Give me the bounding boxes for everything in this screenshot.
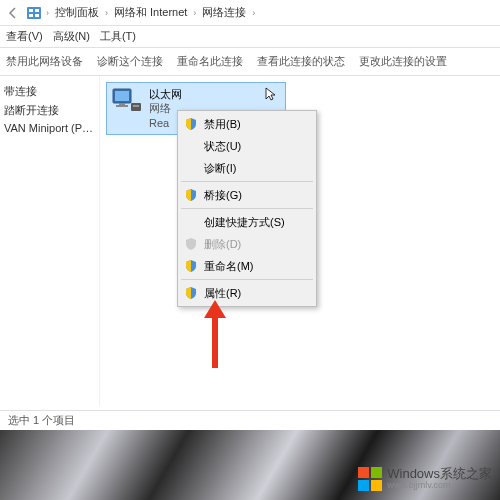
toolbar: 禁用此网络设备 诊断这个连接 重命名此连接 查看此连接的状态 更改此连接的设置	[0, 48, 500, 76]
sidebar-item[interactable]: VAN Miniport (PPPOE)	[4, 120, 95, 136]
tool-settings[interactable]: 更改此连接的设置	[359, 54, 447, 69]
watermark-url: www.bjjmlv.com	[387, 481, 492, 491]
shield-icon	[184, 188, 198, 202]
ctx-properties[interactable]: 属性(R)	[180, 282, 314, 304]
svg-rect-3	[29, 14, 33, 17]
shield-icon	[184, 286, 198, 300]
breadcrumb[interactable]: › 控制面板 › 网络和 Internet › 网络连接 ›	[46, 3, 255, 22]
ctx-rename[interactable]: 重命名(M)	[180, 255, 314, 277]
sidebar-item[interactable]: 带连接	[4, 82, 95, 101]
sidebar: 带连接 踏断开连接 VAN Miniport (PPPOE)	[0, 76, 100, 406]
menu-advanced[interactable]: 高级(N)	[53, 29, 90, 44]
svg-rect-2	[35, 9, 39, 12]
tool-diagnose[interactable]: 诊断这个连接	[97, 54, 163, 69]
adapter-name: 以太网	[149, 87, 182, 101]
ctx-label: 属性(R)	[204, 286, 241, 301]
svg-rect-4	[35, 14, 39, 17]
svg-rect-7	[119, 103, 125, 105]
breadcrumb-root[interactable]: 控制面板	[51, 3, 103, 22]
svg-rect-12	[371, 467, 382, 478]
ctx-status[interactable]: 状态(U)	[180, 135, 314, 157]
shield-icon	[184, 237, 198, 251]
ctx-label: 桥接(G)	[204, 188, 242, 203]
ctx-label: 状态(U)	[204, 139, 241, 154]
ctx-shortcut[interactable]: 创建快捷方式(S)	[180, 211, 314, 233]
breadcrumb-leaf[interactable]: 网络连接	[198, 3, 250, 22]
tool-disable[interactable]: 禁用此网络设备	[6, 54, 83, 69]
back-button[interactable]	[4, 4, 22, 22]
ethernet-icon	[111, 87, 143, 115]
tool-rename[interactable]: 重命名此连接	[177, 54, 243, 69]
status-bar: 选中 1 个项目	[0, 410, 500, 430]
ctx-label: 重命名(M)	[204, 259, 254, 274]
chevron-right-icon: ›	[105, 8, 108, 18]
menu-tools[interactable]: 工具(T)	[100, 29, 136, 44]
separator	[181, 208, 313, 209]
svg-rect-10	[133, 105, 139, 107]
svg-rect-0	[27, 7, 41, 19]
control-panel-icon	[26, 5, 42, 21]
shield-icon	[184, 259, 198, 273]
ctx-label: 诊断(I)	[204, 161, 236, 176]
status-text: 选中 1 个项目	[8, 413, 75, 428]
ctx-label: 创建快捷方式(S)	[204, 215, 285, 230]
separator	[181, 181, 313, 182]
chevron-right-icon: ›	[46, 8, 49, 18]
svg-rect-6	[115, 91, 129, 101]
tool-status[interactable]: 查看此连接的状态	[257, 54, 345, 69]
menu-bar: 查看(V) 高级(N) 工具(T)	[0, 26, 500, 48]
svg-rect-11	[358, 467, 369, 478]
ctx-label: 禁用(B)	[204, 117, 241, 132]
svg-rect-13	[358, 480, 369, 491]
watermark: Windows系统之家 www.bjjmlv.com	[357, 466, 492, 492]
svg-rect-14	[371, 480, 382, 491]
shield-icon	[184, 117, 198, 131]
separator	[181, 279, 313, 280]
ctx-diagnose[interactable]: 诊断(I)	[180, 157, 314, 179]
address-bar: › 控制面板 › 网络和 Internet › 网络连接 ›	[0, 0, 500, 26]
ctx-bridge[interactable]: 桥接(G)	[180, 184, 314, 206]
watermark-title: Windows系统之家	[387, 467, 492, 481]
chevron-right-icon: ›	[252, 8, 255, 18]
sidebar-item[interactable]: 踏断开连接	[4, 101, 95, 120]
context-menu: 禁用(B) 状态(U) 诊断(I) 桥接(G) 创建快捷方式(S) 删除(D) …	[177, 110, 317, 307]
windows-logo-icon	[357, 466, 383, 492]
svg-rect-1	[29, 9, 33, 12]
ctx-label: 删除(D)	[204, 237, 241, 252]
ctx-delete: 删除(D)	[180, 233, 314, 255]
chevron-right-icon: ›	[193, 8, 196, 18]
menu-view[interactable]: 查看(V)	[6, 29, 43, 44]
ctx-disable[interactable]: 禁用(B)	[180, 113, 314, 135]
svg-rect-8	[116, 105, 128, 107]
breadcrumb-mid[interactable]: 网络和 Internet	[110, 3, 191, 22]
